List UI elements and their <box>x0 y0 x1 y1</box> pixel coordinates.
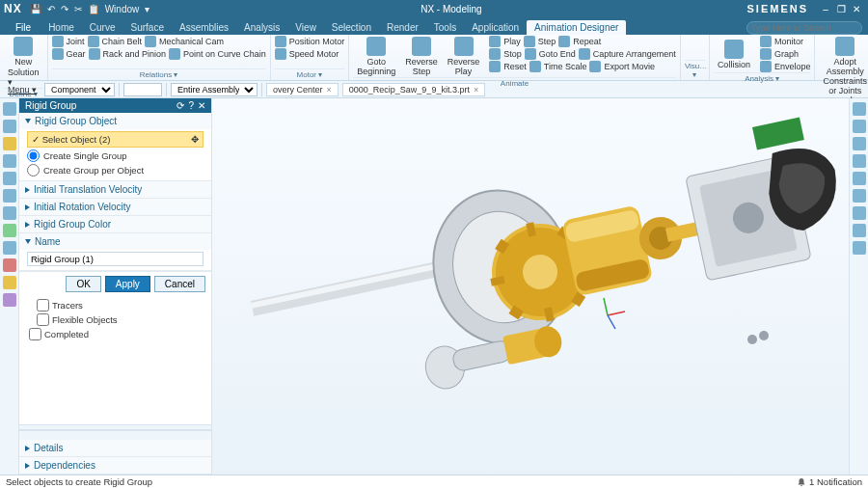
section-header[interactable]: Initial Rotation Velocity <box>19 199 211 215</box>
tab-curve[interactable]: Curve <box>82 20 123 35</box>
file-menu[interactable]: File <box>6 20 41 35</box>
tab-home[interactable]: Home <box>41 20 82 35</box>
rail-icon[interactable] <box>853 120 866 133</box>
close-tab-icon[interactable]: × <box>327 85 332 95</box>
timescale-icon[interactable] <box>529 61 541 72</box>
rail-icon[interactable] <box>3 137 16 150</box>
tab-assemblies[interactable]: Assemblies <box>172 20 236 35</box>
tab-tools[interactable]: Tools <box>426 20 464 35</box>
minimize-button[interactable]: – <box>818 4 833 14</box>
tree-item-completed[interactable]: Completed <box>25 327 205 341</box>
graph-icon[interactable] <box>760 48 772 60</box>
rail-icon[interactable] <box>853 137 866 150</box>
section-header[interactable]: Dependencies <box>19 457 211 474</box>
rail-icon[interactable] <box>3 206 16 220</box>
rail-icon[interactable] <box>853 241 866 255</box>
select-object-row[interactable]: ✓ Select Object (2) ✥ <box>27 131 203 148</box>
close-button[interactable]: ✕ <box>849 4 864 14</box>
save-icon[interactable]: 💾 <box>30 4 41 14</box>
reverse-step-button[interactable]: Reverse Step <box>401 36 442 77</box>
new-solution-button[interactable]: New Solution ▾ <box>4 36 43 88</box>
ok-button[interactable]: OK <box>66 276 100 292</box>
restore-button[interactable]: ❐ <box>833 4 849 14</box>
tree-item-flexible[interactable]: Flexible Objects <box>25 312 205 327</box>
collision-button[interactable]: Collision <box>714 36 754 72</box>
rail-icon[interactable] <box>3 276 16 289</box>
rail-icon[interactable] <box>3 224 16 237</box>
help-icon[interactable]: ? <box>188 100 194 111</box>
monitor-icon[interactable] <box>760 36 772 47</box>
capture-icon[interactable] <box>579 48 590 60</box>
pin-icon[interactable]: ⟳ <box>176 100 184 111</box>
play-icon[interactable] <box>489 36 501 47</box>
reverse-play-button[interactable]: Reverse Play <box>444 36 484 77</box>
export-icon[interactable] <box>589 61 601 72</box>
rack-icon[interactable] <box>89 48 100 60</box>
tab-render[interactable]: Render <box>379 20 426 35</box>
undo-icon[interactable]: ↶ <box>47 4 55 14</box>
tree-item-tracers[interactable]: Tracers <box>25 298 205 312</box>
rail-icon[interactable] <box>3 241 16 255</box>
apply-button[interactable]: Apply <box>105 276 150 292</box>
doc-tab-2[interactable]: 0000_Recip_Saw_9_9_kit.3.prt× <box>342 83 485 96</box>
search-box[interactable] <box>746 21 862 35</box>
tab-surface[interactable]: Surface <box>123 20 172 35</box>
radio-single-group[interactable]: Create Single Group <box>27 149 203 162</box>
search-input[interactable] <box>746 21 862 35</box>
envelope-icon[interactable] <box>760 61 772 72</box>
chain-icon[interactable] <box>88 36 99 47</box>
section-header[interactable]: Initial Translation Velocity <box>19 181 211 198</box>
dialog-header[interactable]: Rigid Group ⟳?✕ <box>19 98 211 113</box>
selection-target-icon[interactable]: ✥ <box>191 134 199 145</box>
rail-icon[interactable] <box>3 189 16 203</box>
rail-icon[interactable] <box>3 102 16 116</box>
copy-icon[interactable]: 📋 <box>88 4 99 14</box>
rail-icon[interactable] <box>853 172 866 185</box>
section-header[interactable]: Name <box>19 233 211 250</box>
tab-analysis[interactable]: Analysis <box>236 20 287 35</box>
curve-icon[interactable] <box>169 48 180 60</box>
tab-selection[interactable]: Selection <box>324 20 379 35</box>
rail-icon[interactable] <box>853 154 866 168</box>
section-header[interactable]: Rigid Group Color <box>19 216 211 232</box>
repeat-icon[interactable] <box>558 36 570 47</box>
gear-icon[interactable] <box>52 48 64 60</box>
rail-icon[interactable] <box>3 293 16 307</box>
redo-icon[interactable]: ↷ <box>61 4 68 14</box>
quick-search[interactable] <box>123 83 162 96</box>
section-header[interactable]: Details <box>19 440 211 456</box>
rail-icon[interactable] <box>3 258 16 272</box>
reset-icon[interactable] <box>489 61 501 72</box>
radio-per-object[interactable]: Create Group per Object <box>27 164 203 176</box>
menu-button[interactable]: Menu ▾ <box>4 85 41 95</box>
doc-tab-1[interactable]: overy Center× <box>266 83 339 96</box>
rail-icon[interactable] <box>853 224 866 237</box>
step-icon[interactable] <box>524 36 535 47</box>
cam-icon[interactable] <box>145 36 156 47</box>
speed-motor-icon[interactable] <box>275 48 286 60</box>
rail-icon[interactable] <box>853 206 866 220</box>
notification-button[interactable]: 1 Notification <box>797 476 862 487</box>
stop-icon[interactable] <box>489 48 501 60</box>
cut-icon[interactable]: ✂ <box>74 4 82 14</box>
dialog-close-icon[interactable]: ✕ <box>198 100 205 111</box>
close-tab-icon[interactable]: × <box>474 85 478 95</box>
position-motor-icon[interactable] <box>275 36 286 47</box>
rail-icon[interactable] <box>853 102 866 116</box>
window-menu[interactable]: Window <box>105 4 140 14</box>
tab-animation-designer[interactable]: Animation Designer <box>527 20 626 35</box>
3d-viewport[interactable] <box>212 98 849 474</box>
tab-view[interactable]: View <box>287 20 324 35</box>
cancel-button[interactable]: Cancel <box>154 276 205 292</box>
goto-end-icon[interactable] <box>525 48 536 60</box>
filter-select-2[interactable]: Entire Assembly <box>171 83 258 96</box>
goto-beginning-button[interactable]: Goto Beginning <box>353 36 399 77</box>
h-scrollbar[interactable] <box>19 430 211 440</box>
rail-icon[interactable] <box>3 120 16 133</box>
rail-icon[interactable] <box>853 189 866 203</box>
rail-icon[interactable] <box>3 172 16 185</box>
filter-select-1[interactable]: Component <box>44 83 115 96</box>
rail-icon[interactable] <box>3 154 16 168</box>
name-input[interactable] <box>27 252 203 266</box>
section-header[interactable]: Rigid Group Object <box>19 113 211 129</box>
